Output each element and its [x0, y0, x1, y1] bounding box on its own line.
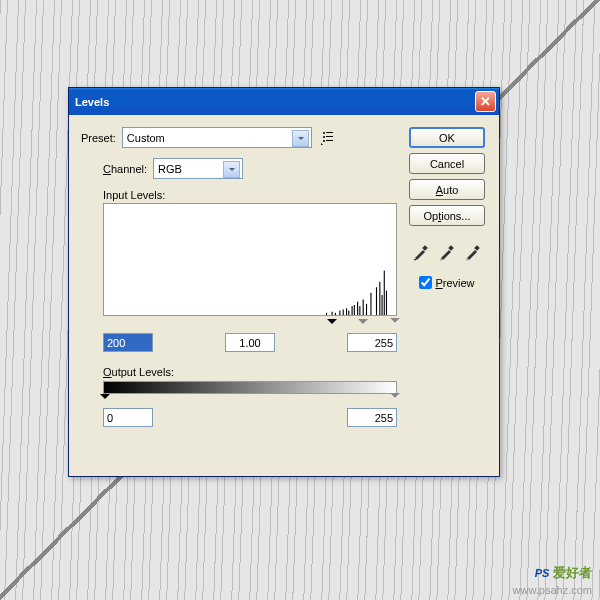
black-point-input[interactable]	[103, 333, 153, 352]
svg-rect-23	[384, 271, 385, 315]
gamma-slider[interactable]	[358, 319, 368, 329]
white-point-input[interactable]	[347, 333, 397, 352]
svg-rect-15	[357, 302, 358, 315]
options-button[interactable]: Options...	[409, 205, 485, 226]
output-white-input[interactable]	[347, 408, 397, 427]
svg-point-2	[323, 136, 325, 138]
svg-rect-9	[339, 311, 340, 315]
svg-rect-17	[363, 299, 364, 315]
dialog-title: Levels	[75, 96, 475, 108]
ok-button[interactable]: OK	[409, 127, 485, 148]
svg-rect-28	[474, 245, 480, 251]
output-sliders[interactable]	[105, 394, 395, 404]
svg-point-0	[323, 132, 325, 134]
input-sliders[interactable]	[105, 319, 395, 329]
black-eyedropper-icon[interactable]	[412, 243, 430, 261]
svg-rect-21	[379, 282, 380, 315]
preset-label: Preset:	[81, 132, 116, 144]
svg-rect-18	[366, 304, 367, 315]
levels-dialog: Levels ✕ Preset: Custom Channel: RGB Inp…	[68, 87, 500, 477]
channel-value: RGB	[158, 163, 182, 175]
svg-rect-3	[326, 136, 333, 137]
preset-select[interactable]: Custom	[122, 127, 312, 148]
titlebar[interactable]: Levels ✕	[69, 88, 499, 115]
svg-rect-8	[335, 313, 336, 315]
svg-rect-24	[386, 291, 387, 315]
svg-rect-12	[348, 311, 349, 315]
preset-menu-icon[interactable]	[320, 131, 334, 145]
svg-rect-20	[376, 287, 377, 315]
svg-rect-16	[359, 306, 360, 315]
cancel-button[interactable]: Cancel	[409, 153, 485, 174]
svg-rect-5	[326, 140, 333, 141]
watermark-url: www.psahz.com	[513, 584, 592, 596]
preview-label: Preview	[435, 277, 474, 289]
svg-rect-13	[352, 306, 353, 315]
watermark-logo: PS 爱好者	[535, 561, 592, 582]
input-levels-label: Input Levels:	[103, 189, 391, 201]
svg-rect-22	[381, 295, 382, 315]
channel-select[interactable]: RGB	[153, 158, 243, 179]
output-black-slider[interactable]	[100, 394, 110, 404]
histogram-chart	[104, 204, 387, 315]
output-black-input[interactable]	[103, 408, 153, 427]
auto-button[interactable]: Auto	[409, 179, 485, 200]
preset-value: Custom	[127, 132, 165, 144]
white-eyedropper-icon[interactable]	[464, 243, 482, 261]
output-gradient	[103, 381, 397, 394]
svg-rect-26	[422, 245, 428, 251]
white-point-slider[interactable]	[390, 319, 400, 329]
preview-checkbox[interactable]: Preview	[419, 276, 474, 289]
svg-rect-7	[332, 312, 333, 315]
svg-rect-19	[370, 293, 371, 315]
output-levels-label: Output Levels:	[103, 366, 391, 378]
svg-rect-11	[346, 308, 347, 315]
histogram	[103, 203, 397, 316]
svg-rect-27	[448, 245, 454, 251]
gray-eyedropper-icon[interactable]	[438, 243, 456, 261]
svg-rect-14	[354, 305, 355, 315]
gamma-input[interactable]	[225, 333, 275, 352]
close-icon[interactable]: ✕	[475, 91, 496, 112]
svg-rect-10	[343, 309, 344, 315]
black-point-slider[interactable]	[327, 319, 337, 329]
preview-checkbox-input[interactable]	[419, 276, 432, 289]
svg-rect-6	[326, 313, 327, 315]
channel-label: Channel:	[103, 163, 147, 175]
output-white-slider[interactable]	[390, 394, 400, 404]
svg-point-4	[323, 140, 325, 142]
svg-rect-1	[326, 132, 333, 133]
